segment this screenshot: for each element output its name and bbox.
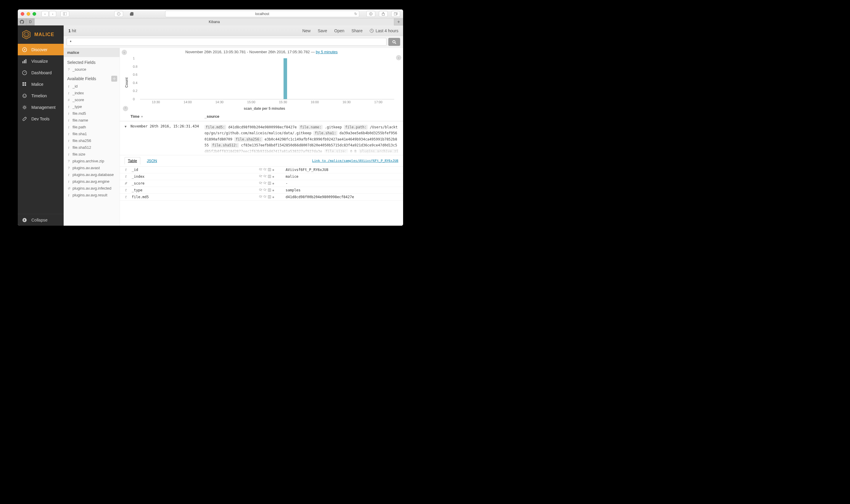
field-item[interactable]: tfile.sha512 bbox=[64, 144, 120, 151]
nav-dashboard[interactable]: Dashboard bbox=[18, 67, 64, 78]
filter-out-icon[interactable] bbox=[263, 195, 267, 199]
expand-row-toggle[interactable]: ▾ bbox=[125, 124, 130, 154]
save-button[interactable]: Save bbox=[318, 29, 327, 33]
exists-filter-icon[interactable]: ✱ bbox=[272, 188, 275, 192]
exists-filter-icon[interactable]: ✱ bbox=[272, 175, 275, 179]
reload-icon[interactable]: ↻ bbox=[354, 12, 357, 16]
exists-filter-icon[interactable]: ✱ bbox=[272, 182, 275, 185]
detail-doc-link[interactable]: Link to /malice/samples/AViivsf6Ft_P_RY6… bbox=[312, 159, 399, 163]
filter-for-icon[interactable] bbox=[259, 168, 262, 172]
field-name: _source bbox=[72, 67, 86, 72]
collapse-button[interactable]: Collapse bbox=[18, 214, 64, 226]
time-picker[interactable]: Last 4 hours bbox=[370, 29, 399, 33]
downloads-button[interactable] bbox=[367, 11, 375, 17]
active-tab[interactable]: Kibana bbox=[34, 18, 394, 25]
field-item[interactable]: t_id bbox=[64, 83, 120, 90]
filter-out-icon[interactable] bbox=[263, 168, 267, 172]
pinned-tab[interactable]: D bbox=[26, 18, 34, 25]
available-fields-header: Available Fields bbox=[64, 73, 120, 83]
expand-chart-button[interactable]: ⌃ bbox=[123, 106, 128, 111]
svg-line-71 bbox=[261, 197, 262, 198]
search-input[interactable] bbox=[67, 38, 387, 46]
detail-actions: ✱ bbox=[259, 195, 286, 199]
index-pattern-selector[interactable]: malice bbox=[64, 48, 120, 57]
field-item[interactable]: ?_source bbox=[64, 66, 120, 73]
chart-area: 00.20.40.60.8113:3014:0014:3015:0015:301… bbox=[140, 58, 394, 100]
filter-for-icon[interactable] bbox=[259, 175, 262, 179]
field-type-icon: t bbox=[67, 119, 70, 122]
collapse-label: Collapse bbox=[31, 218, 47, 222]
nav-management[interactable]: Management bbox=[18, 102, 64, 113]
tab-table[interactable]: Table bbox=[125, 157, 140, 164]
exists-filter-icon[interactable]: ✱ bbox=[272, 168, 275, 172]
reader-button[interactable] bbox=[114, 11, 123, 17]
github-tab[interactable] bbox=[18, 18, 26, 25]
field-item[interactable]: ?plugins.archive.zip bbox=[64, 158, 120, 164]
field-item[interactable]: tfile.sha1 bbox=[64, 130, 120, 137]
nav-dev-tools[interactable]: Dev Tools bbox=[18, 113, 64, 125]
collapse-left-button[interactable]: ‹ bbox=[122, 50, 127, 55]
address-bar[interactable]: localhost ↻ bbox=[165, 11, 359, 17]
forward-button[interactable]: › bbox=[49, 11, 56, 17]
sidebar: MALICE Discover Visualize Dashboard Mal bbox=[18, 25, 64, 226]
col-source-header[interactable]: _source bbox=[205, 114, 399, 119]
new-tab-button[interactable]: + bbox=[394, 18, 403, 25]
field-item[interactable]: tfile.sha256 bbox=[64, 137, 120, 144]
filter-out-icon[interactable] bbox=[263, 182, 267, 185]
share-button[interactable]: Share bbox=[352, 29, 362, 33]
field-item[interactable]: tfile.md5 bbox=[64, 110, 120, 117]
field-item[interactable]: ⊘plugins.av.avg.infected bbox=[64, 185, 120, 192]
new-button[interactable]: New bbox=[302, 29, 311, 33]
maximize-window-button[interactable] bbox=[33, 12, 36, 16]
close-window-button[interactable] bbox=[21, 12, 24, 16]
share-button[interactable] bbox=[379, 11, 388, 17]
content: 1 hit New Save Open Share Last 4 hours m… bbox=[64, 25, 403, 226]
filter-for-icon[interactable] bbox=[259, 195, 262, 199]
filter-for-icon[interactable] bbox=[259, 182, 262, 185]
nav-discover[interactable]: Discover bbox=[18, 44, 64, 55]
field-item[interactable]: tplugins.av.avg.database bbox=[64, 171, 120, 178]
open-button[interactable]: Open bbox=[334, 29, 344, 33]
field-item[interactable]: tfile.path bbox=[64, 124, 120, 130]
fields-settings-button[interactable] bbox=[111, 76, 117, 82]
tab-json[interactable]: JSON bbox=[144, 157, 160, 164]
toggle-column-icon[interactable] bbox=[268, 168, 271, 172]
svg-rect-57 bbox=[268, 182, 271, 184]
exists-filter-icon[interactable]: ✱ bbox=[272, 195, 275, 199]
gauge-icon bbox=[22, 70, 27, 75]
traffic-lights bbox=[21, 12, 36, 16]
toggle-column-icon[interactable] bbox=[268, 175, 271, 179]
field-item[interactable]: tfile.name bbox=[64, 117, 120, 124]
field-type-icon: # bbox=[67, 98, 70, 102]
back-button[interactable]: ‹ bbox=[41, 11, 49, 17]
compass-icon bbox=[22, 47, 27, 52]
histogram-bar[interactable] bbox=[284, 58, 287, 99]
filter-out-icon[interactable] bbox=[263, 175, 267, 179]
field-item[interactable]: #_score bbox=[64, 96, 120, 103]
field-item[interactable]: tplugins.av.avg.result bbox=[64, 192, 120, 198]
field-item[interactable]: ?plugins.av.avast bbox=[64, 164, 120, 171]
detail-grid: t_id✱AViivsf6Ft_P_RY6xJU8t_index✱malice#… bbox=[120, 166, 403, 200]
field-item[interactable]: t_type bbox=[64, 103, 120, 110]
topbar: 1 hit New Save Open Share Last 4 hours bbox=[64, 25, 403, 36]
field-item[interactable]: tplugins.av.avg.engine bbox=[64, 178, 120, 185]
search-submit-button[interactable] bbox=[388, 38, 400, 46]
nav-timelion[interactable]: Timelion bbox=[18, 90, 64, 102]
histogram[interactable]: Count 00.20.40.60.8113:3014:0014:3015:00… bbox=[132, 56, 397, 111]
tabs-button[interactable] bbox=[391, 11, 400, 17]
sidebar-toggle-button[interactable] bbox=[60, 11, 69, 17]
minimize-window-button[interactable] bbox=[26, 12, 30, 16]
toggle-column-icon[interactable] bbox=[268, 195, 271, 199]
nav-label: Dev Tools bbox=[31, 116, 49, 121]
evernote-button[interactable] bbox=[127, 11, 136, 17]
toggle-column-icon[interactable] bbox=[268, 188, 271, 192]
nav-malice[interactable]: Malice bbox=[18, 78, 64, 90]
col-time-header[interactable]: Time ▼ bbox=[130, 114, 205, 119]
interval-link[interactable]: by 5 minutes bbox=[316, 50, 338, 54]
field-item[interactable]: tfile.size bbox=[64, 151, 120, 158]
filter-out-icon[interactable] bbox=[263, 188, 267, 192]
field-item[interactable]: t_index bbox=[64, 90, 120, 96]
nav-visualize[interactable]: Visualize bbox=[18, 55, 64, 67]
toggle-column-icon[interactable] bbox=[268, 182, 271, 185]
filter-for-icon[interactable] bbox=[259, 188, 262, 192]
